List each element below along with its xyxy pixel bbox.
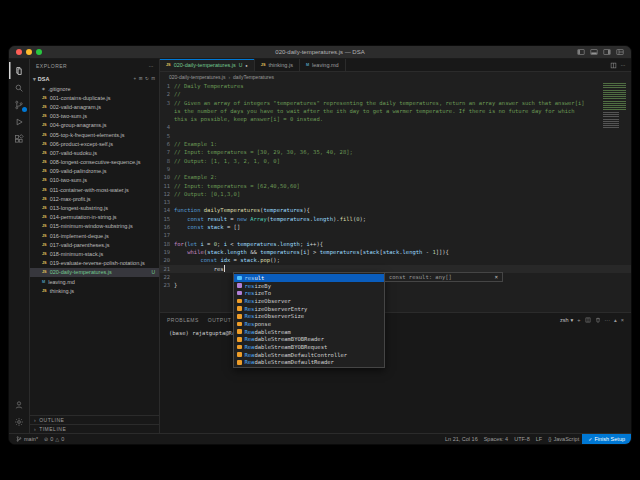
activity-search-icon[interactable]: [9, 79, 29, 96]
suggestion-ReadableStream[interactable]: ReadableStream: [234, 328, 384, 336]
split-terminal-icon[interactable]: [585, 317, 591, 323]
suggestion-ResizeObserverEntry[interactable]: ResizeObserverEntry: [234, 305, 384, 313]
activity-extensions-icon[interactable]: [9, 130, 29, 147]
close-icon[interactable]: ×: [494, 273, 498, 280]
new-file-icon[interactable]: +: [134, 76, 137, 81]
close-panel-icon[interactable]: ×: [621, 317, 624, 323]
file-004-group-anagrams.js[interactable]: JS004-group-anagrams.js: [30, 121, 159, 130]
code-line[interactable]: 11// Input: temperatures = [62,40,50,60]: [160, 182, 631, 190]
file-009-valid-palindrome.js[interactable]: JS009-valid-palindrome.js: [30, 167, 159, 176]
kill-terminal-icon[interactable]: [595, 317, 601, 323]
code-line[interactable]: 2//: [160, 90, 631, 98]
file-012-max-profit.js[interactable]: JS012-max-profit.js: [30, 194, 159, 203]
suggestion-resizeBy[interactable]: resizeBy: [234, 282, 384, 290]
breadcrumb-symbol[interactable]: dailyTemperatures: [233, 74, 274, 80]
code-line[interactable]: 18for(let i = 0; i < temperatures.length…: [160, 240, 631, 248]
code-line[interactable]: 12// Output: [0,1,3,0]: [160, 190, 631, 198]
split-editor-icon[interactable]: [610, 62, 617, 69]
code-line[interactable]: is the number of days you have to wait a…: [160, 107, 631, 115]
toggle-panel-icon[interactable]: [590, 48, 598, 56]
activity-accounts-icon[interactable]: [9, 396, 29, 413]
cursor-position[interactable]: Ln 21, Col 16: [442, 434, 481, 444]
toggle-secondary-sidebar-icon[interactable]: [603, 48, 611, 56]
folder-section-header[interactable]: ▾ DSA + ⊞ ↻ ⊟: [30, 73, 159, 84]
file-013-longest-substring.js[interactable]: JS013-longest-substring.js: [30, 203, 159, 212]
file-019-evaluate-reverse-polish-notation.js[interactable]: JS019-evaluate-reverse-polish-notation.j…: [30, 259, 159, 268]
activity-explorer-icon[interactable]: [9, 62, 29, 79]
minimize-window-button[interactable]: [26, 49, 32, 55]
code-line[interactable]: 13: [160, 198, 631, 206]
tab-020-daily-temperatures.js[interactable]: JS020-daily-temperatures.jsU●: [160, 59, 255, 71]
file-007-valid-sudoku.js[interactable]: JS007-valid-sudoku.js: [30, 148, 159, 157]
branch-status[interactable]: main*: [13, 434, 41, 444]
suggestion-resizeTo[interactable]: resizeTo: [234, 289, 384, 297]
code-line[interactable]: 16 const stack = []: [160, 223, 631, 231]
code-line[interactable]: 5: [160, 132, 631, 140]
file-002-valid-anagram.js[interactable]: JS002-valid-anagram.js: [30, 102, 159, 111]
code-line[interactable]: 9: [160, 165, 631, 173]
file-010-two-sum.js[interactable]: JS010-two-sum.js: [30, 176, 159, 185]
problems-status[interactable]: ⊘ 0 △ 0: [41, 434, 67, 444]
code-line[interactable]: this is possible, keep answer[i] = 0 ins…: [160, 115, 631, 123]
section-outline[interactable]: ›OUTLINE: [30, 415, 159, 424]
more-actions-icon[interactable]: ···: [621, 62, 626, 68]
panel-tab-problems[interactable]: PROBLEMS: [167, 317, 199, 323]
activity-source-control-icon[interactable]: [9, 96, 29, 113]
code-line[interactable]: 20 const idx = stack.pop();: [160, 256, 631, 264]
toggle-primary-sidebar-icon[interactable]: [577, 48, 585, 56]
more-actions-icon[interactable]: ···: [149, 63, 154, 69]
suggestion-ResizeObserverSize[interactable]: ResizeObserverSize: [234, 312, 384, 320]
file-018-minimum-stack.js[interactable]: JS018-minimum-stack.js: [30, 249, 159, 258]
file-014-permutation-in-string.js[interactable]: JS014-permutation-in-string.js: [30, 213, 159, 222]
code-line[interactable]: 6// Example 1:: [160, 140, 631, 148]
eol-sequence[interactable]: LF: [533, 434, 545, 444]
code-line[interactable]: 3// Given an array of integers "temperat…: [160, 99, 631, 107]
code-line[interactable]: 4: [160, 123, 631, 131]
file-thinking.js[interactable]: JSthinking.js: [30, 286, 159, 295]
suggestion-ReadableStreamBYOBRequest[interactable]: ReadableStreamBYOBRequest: [234, 343, 384, 351]
code-line[interactable]: 15 const result = new Array(temperatures…: [160, 215, 631, 223]
file-020-daily-temperatures.js[interactable]: JS020-daily-temperatures.jsU: [30, 268, 159, 277]
file-008-longest-consecutive-sequence.js[interactable]: JS008-longest-consecutive-sequence.js: [30, 158, 159, 167]
tab-leaving.md[interactable]: Mleaving.md: [300, 59, 346, 71]
maximize-panel-icon[interactable]: ▴: [614, 317, 617, 323]
suggestion-Response[interactable]: Response: [234, 320, 384, 328]
suggestion-ResizeObserver[interactable]: ResizeObserver: [234, 297, 384, 305]
zoom-window-button[interactable]: [36, 49, 42, 55]
file-011-container-with-most-water.js[interactable]: JS011-container-with-most-water.js: [30, 185, 159, 194]
file-016-implement-deque.js[interactable]: JS016-implement-deque.js: [30, 231, 159, 240]
close-window-button[interactable]: [16, 49, 22, 55]
finish-setup-badge[interactable]: ✓ Finish Setup: [582, 434, 631, 444]
code-line[interactable]: 8// Output: [1, 1, 3, 2, 1, 0, 0]: [160, 157, 631, 165]
suggestion-ReadableStreamBYOBReader[interactable]: ReadableStreamBYOBReader: [234, 336, 384, 344]
customize-layout-icon[interactable]: [616, 48, 624, 56]
activity-run-and-debug-icon[interactable]: [9, 113, 29, 130]
indentation[interactable]: Spaces: 4: [481, 434, 511, 444]
more-actions-icon[interactable]: ···: [605, 317, 611, 323]
file-015-minimum-window-substring.js[interactable]: JS015-minimum-window-substring.js: [30, 222, 159, 231]
collapse-folders-icon[interactable]: ⊟: [151, 76, 155, 81]
terminal-shell-select[interactable]: zsh ▾: [560, 317, 573, 323]
new-folder-icon[interactable]: ⊞: [139, 76, 143, 81]
file-017-valid-parentheses.js[interactable]: JS017-valid-parentheses.js: [30, 240, 159, 249]
breadcrumb[interactable]: 020-daily-temperatures.js › dailyTempera…: [160, 72, 631, 81]
breadcrumb-file[interactable]: 020-daily-temperatures.js: [169, 74, 225, 80]
refresh-icon[interactable]: ↻: [145, 76, 149, 81]
activity-settings-icon[interactable]: [9, 413, 29, 430]
file-.gitignore[interactable]: ◆.gitignore: [30, 84, 159, 93]
language-mode[interactable]: {} JavaScript: [545, 434, 582, 444]
code-line[interactable]: 7// Input: temperatures = [30, 29, 30, 3…: [160, 148, 631, 156]
code-line[interactable]: 19 while(stack.length && temperatures[i]…: [160, 248, 631, 256]
minimap[interactable]: [603, 83, 629, 128]
suggestion-ReadableStreamDefaultReader[interactable]: ReadableStreamDefaultReader: [234, 359, 384, 367]
section-timeline[interactable]: ›TIMELINE: [30, 424, 159, 433]
code-line[interactable]: 10// Example 2:: [160, 173, 631, 181]
new-terminal-icon[interactable]: +: [577, 317, 580, 323]
code-line[interactable]: 1// Daily Temperatures: [160, 82, 631, 90]
code-line[interactable]: 14function dailyTemperatures(temperature…: [160, 206, 631, 214]
file-003-two-sum.js[interactable]: JS003-two-sum.js: [30, 112, 159, 121]
encoding[interactable]: UTF-8: [511, 434, 533, 444]
suggestion-ReadableStreamDefaultController[interactable]: ReadableStreamDefaultController: [234, 351, 384, 359]
file-005-top-k-frequent-elements.js[interactable]: JS005-top-k-frequent-elements.js: [30, 130, 159, 139]
suggestion-result[interactable]: result: [234, 274, 384, 282]
